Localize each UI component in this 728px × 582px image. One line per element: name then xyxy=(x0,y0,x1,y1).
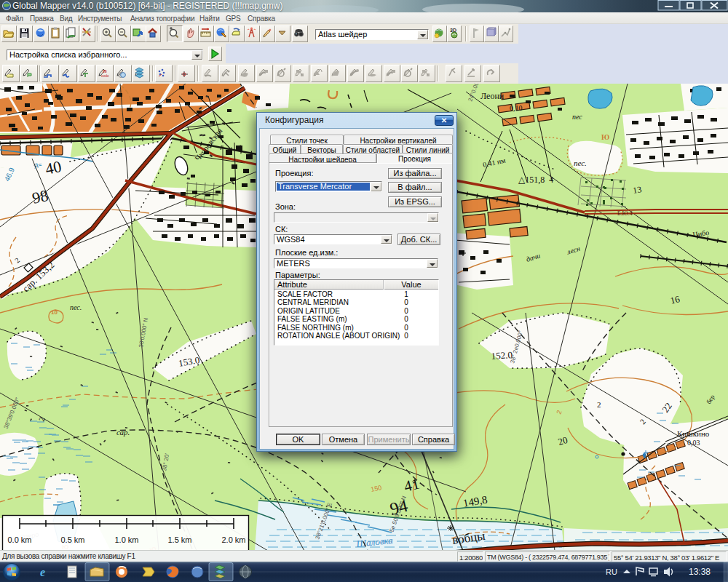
svg-text:10: 10 xyxy=(51,309,58,316)
svg-text:△151,8 4: △151,8 4 xyxy=(518,175,553,185)
svg-text:2.0 km: 2.0 km xyxy=(221,535,245,544)
svg-text:0.5 km: 0.5 km xyxy=(60,535,84,544)
svg-text:пес.: пес. xyxy=(70,303,82,311)
svg-text:RU: RU xyxy=(606,567,617,576)
svg-text:пес.: пес. xyxy=(574,159,587,167)
svg-text:сар.: сар. xyxy=(116,428,130,436)
svg-text:Кишкино: Кишкино xyxy=(677,429,710,438)
svg-text:Б.Ю.4: Б.Ю.4 xyxy=(617,210,633,217)
svg-text:13: 13 xyxy=(632,184,642,196)
svg-text:2: 2 xyxy=(597,400,601,409)
svg-text:0,03: 0,03 xyxy=(687,439,700,447)
svg-text:13:38: 13:38 xyxy=(689,567,711,577)
svg-text:0.0 km: 0.0 km xyxy=(7,535,31,544)
svg-text:Ю: Ю xyxy=(601,133,609,141)
svg-text:1.5 km: 1.5 km xyxy=(167,535,191,544)
svg-text:пес: пес xyxy=(572,113,582,121)
svg-text:code: code xyxy=(101,73,109,78)
svg-text:0,10: 0,10 xyxy=(510,104,523,112)
svg-text:1.0 km: 1.0 km xyxy=(114,535,138,544)
svg-text:e: e xyxy=(40,566,45,578)
svg-text:Леони: Леони xyxy=(480,91,505,101)
